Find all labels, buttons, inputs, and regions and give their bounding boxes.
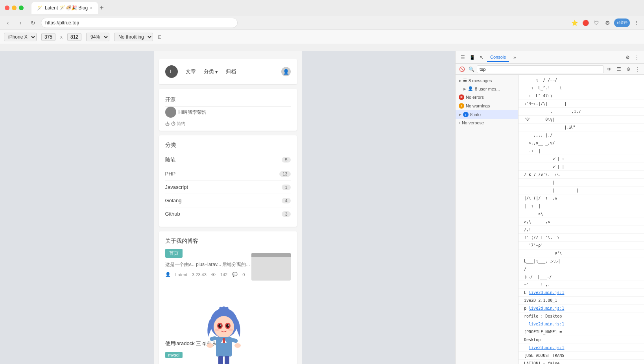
- tab-close-button[interactable]: ×: [90, 6, 92, 10]
- live2d-link-3[interactable]: live2d.min.js:1: [529, 322, 564, 326]
- author-icon: 👤: [165, 272, 170, 277]
- height-input[interactable]: [67, 33, 81, 41]
- console-filter-icon[interactable]: 🔍: [467, 65, 475, 73]
- console-tab[interactable]: Console: [487, 53, 509, 62]
- category-item-php[interactable]: PHP 13: [165, 167, 290, 181]
- dt-settings-icon[interactable]: ⚙: [624, 54, 631, 61]
- browser-window: 🪄 Latent 🪄🍜🎉 Blog × + ‹ › ↻ https://pltr…: [0, 0, 644, 364]
- sidebar-toggle-icon[interactable]: ☰: [615, 65, 623, 73]
- console-line: | ι |: [519, 202, 644, 210]
- pointer-icon[interactable]: ↖: [478, 54, 485, 61]
- sidebar-info[interactable]: ▶ i 8 info: [456, 110, 518, 119]
- extension-icon[interactable]: 🛡: [592, 18, 601, 27]
- nav-articles[interactable]: 文章: [185, 68, 196, 75]
- user-icon: 👤: [468, 86, 473, 91]
- category-name: Javascript: [165, 184, 188, 190]
- post-tag[interactable]: mysql: [165, 352, 183, 358]
- forward-button[interactable]: ›: [16, 18, 25, 28]
- minimize-button[interactable]: [12, 6, 17, 10]
- category-name: PHP: [165, 171, 175, 177]
- console-line: /,!: [519, 226, 644, 234]
- category-name: Github: [165, 211, 180, 217]
- console-line: ト,/ |___./: [519, 273, 644, 281]
- live2d-link-2[interactable]: live2d.min.js:1: [529, 306, 564, 310]
- blog-avatar: L: [165, 65, 177, 78]
- console-line: '7'−ρ': [519, 242, 644, 249]
- user-icon[interactable]: 👤: [281, 67, 290, 76]
- profile-link[interactable]: Hi叫我李荣浩: [165, 107, 290, 118]
- sidebar-all-messages[interactable]: ▶ ☰ 8 messages: [456, 76, 518, 85]
- svg-point-16: [234, 343, 240, 348]
- category-count: 13: [279, 171, 290, 177]
- user-messages-label: 8 user mes...: [475, 87, 500, 91]
- sidebar-user-messages[interactable]: ▶ 👤 8 user mes...: [456, 85, 518, 93]
- more-panels-icon[interactable]: »: [511, 54, 519, 61]
- device-toolbar: iPhone X x 94% No throttling ⊡: [0, 30, 644, 44]
- address-bar[interactable]: https://pltrue.top: [41, 18, 238, 28]
- browser-tab[interactable]: 🪄 Latent 🪄🍜🎉 Blog ×: [31, 2, 98, 14]
- close-button[interactable]: [5, 6, 9, 10]
- sidebar-errors[interactable]: ✕ No errors: [456, 93, 518, 102]
- zoom-select[interactable]: 94%: [86, 33, 109, 41]
- browser-toolbar: ⭐ 🔴 🛡 ⚙ 已暂停 ⋮: [570, 18, 641, 27]
- titlebar: 🪄 Latent 🪄🍜🎉 Blog × +: [0, 0, 644, 16]
- eye-icon[interactable]: 👁: [605, 65, 613, 73]
- console-line: / κ_7_/ν'\, ハ.: [519, 171, 644, 179]
- categories-card: 分类 随笔 5 PHP 13 Javascript: [159, 135, 297, 227]
- console-line: |: [519, 179, 644, 187]
- console-line: >.,ν__ _,ν/: [519, 139, 644, 147]
- back-button[interactable]: ‹: [3, 18, 13, 28]
- throttle-select[interactable]: No throttling: [114, 33, 153, 41]
- dropdown-icon: ▾: [215, 69, 218, 75]
- settings-icon[interactable]: ⚙: [603, 18, 612, 27]
- top-filter-input[interactable]: [477, 65, 604, 73]
- no-errors-label: No errors: [466, 95, 484, 100]
- width-input[interactable]: [41, 33, 55, 41]
- star-icon[interactable]: ⭐: [570, 18, 579, 27]
- svg-point-6: [220, 325, 221, 326]
- nav-archive[interactable]: 归档: [225, 68, 236, 75]
- console-line: .ι |: [519, 147, 644, 155]
- svg-point-8: [214, 329, 219, 331]
- shield-icon[interactable]: 🔴: [581, 18, 590, 27]
- anime-character: [198, 305, 249, 364]
- view-icon: 👁: [211, 272, 215, 277]
- elements-panel-icon[interactable]: ☰: [459, 54, 467, 61]
- refresh-button[interactable]: ↻: [28, 18, 38, 28]
- homepage-tag[interactable]: 首页: [165, 249, 182, 258]
- category-name: Golang: [165, 198, 181, 203]
- maximize-button[interactable]: [19, 6, 24, 10]
- live2d-link-1[interactable]: live2d.min.js:1: [529, 290, 564, 295]
- profile-button[interactable]: 已暂停: [614, 18, 630, 27]
- category-item-js[interactable]: Javascript 1: [165, 181, 290, 194]
- sidebar-verbose[interactable]: ◦ No verbose: [456, 119, 518, 127]
- categories-title: 分类: [165, 142, 290, 149]
- nav-categories[interactable]: 分类 ▾: [203, 68, 218, 75]
- ruler-icon[interactable]: ⊡: [158, 34, 162, 40]
- category-count: 3: [282, 211, 290, 217]
- console-clear-icon[interactable]: 🚫: [458, 65, 466, 73]
- dimension-separator: x: [60, 34, 63, 40]
- sidebar-warnings[interactable]: ! No warnings: [456, 102, 518, 110]
- device-icon[interactable]: 📱: [468, 54, 476, 61]
- category-item-github[interactable]: Github 3: [165, 207, 290, 220]
- console-line: ,,,, |./: [519, 131, 644, 139]
- svg-point-4: [218, 324, 221, 328]
- category-item-suibi[interactable]: 随笔 5: [165, 153, 290, 167]
- category-item-golang[interactable]: Golang 4: [165, 194, 290, 207]
- no-warnings-label: No warnings: [466, 103, 490, 108]
- power-icon: ⏻: [165, 122, 169, 126]
- new-tab-button[interactable]: +: [100, 4, 104, 12]
- comment-count: 0: [242, 272, 245, 277]
- console-output: ι / /−−/ ι L_^.! i ι L^ 47ι⊤ ι'4−τ.|/\| …: [519, 75, 644, 364]
- console-line: Desktop: [519, 336, 644, 344]
- dt-options-icon[interactable]: ⚙: [624, 65, 632, 73]
- more-button[interactable]: ⋮: [632, 18, 641, 27]
- dt-more-icon[interactable]: ⋮: [633, 54, 641, 61]
- about-card: 关于我的博客 首页 这是一个由v... plus+larav... 后端分离的.…: [159, 231, 297, 364]
- live2d-link-4[interactable]: live2d.min.js:1: [529, 346, 564, 350]
- profile-name: Hi叫我李荣浩: [178, 109, 206, 116]
- device-select[interactable]: iPhone X: [4, 33, 37, 41]
- dt-more2-icon[interactable]: ⋮: [634, 65, 642, 73]
- category-list: 随笔 5 PHP 13 Javascript 1: [165, 153, 290, 220]
